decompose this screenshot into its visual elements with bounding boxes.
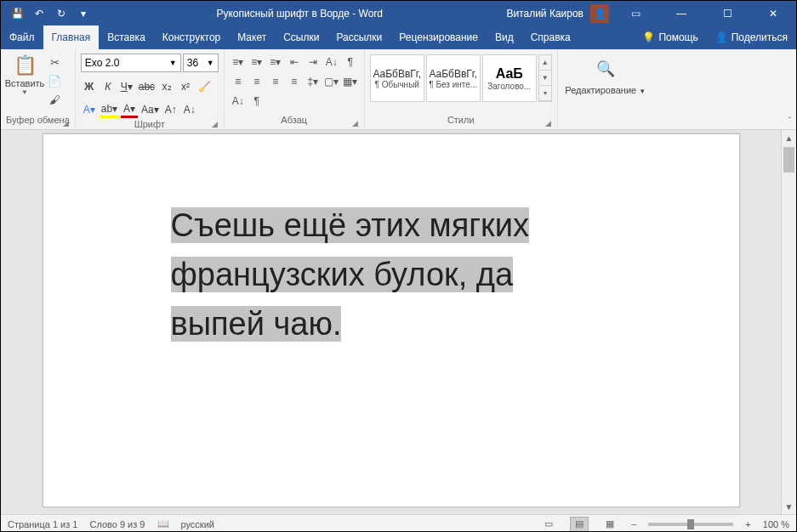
highlight-button[interactable]: ab▾ [100, 101, 119, 118]
zoom-out-button[interactable]: − [631, 519, 636, 529]
strikethrough-button[interactable]: abc [137, 78, 157, 95]
borders-button[interactable]: ▦▾ [342, 73, 359, 90]
zoom-in-button[interactable]: + [745, 519, 750, 529]
group-styles: АаБбВвГг, ¶ Обычный АаБбВвГг, ¶ Без инте… [365, 49, 558, 129]
close-icon[interactable]: ✕ [754, 1, 793, 25]
underline-button[interactable]: Ч▾ [118, 78, 135, 95]
shading-button[interactable]: ▢▾ [323, 73, 340, 90]
align-right-button[interactable]: ≡ [267, 73, 284, 90]
zoom-slider-thumb[interactable] [687, 519, 694, 529]
document-area: Съешь ещё этих мягких французских булок,… [1, 130, 796, 514]
group-label-paragraph: Абзац [281, 115, 307, 125]
copy-icon[interactable]: 📄 [47, 73, 62, 88]
grow-font-button[interactable]: A↑ [162, 101, 179, 118]
increase-indent-button[interactable]: ⇥ [305, 54, 322, 71]
dialog-launcher-icon[interactable]: ◢ [544, 117, 554, 127]
style-heading1[interactable]: АаБ Заголово... [482, 54, 537, 102]
tab-references[interactable]: Ссылки [275, 25, 327, 49]
text-effects-button[interactable]: A▾ [81, 101, 98, 118]
tab-view[interactable]: Вид [487, 25, 522, 49]
multilevel-list-button[interactable]: ≡▾ [267, 54, 284, 71]
style-gallery-scroll[interactable]: ▲ ▼ ▾ [538, 54, 552, 102]
ribbon: 📋 Вставить ▼ ✂ 📄 🖌 Буфер обмена◢ Exo 2.0… [1, 49, 796, 130]
justify-button[interactable]: ≡ [286, 73, 303, 90]
collapse-ribbon-icon[interactable]: ˆ [788, 116, 791, 126]
change-case-button[interactable]: Aa▾ [139, 101, 161, 118]
redo-icon[interactable]: ↻ [52, 4, 71, 23]
decrease-indent-button[interactable]: ⇤ [286, 54, 303, 71]
qat-customize-icon[interactable]: ▾ [74, 4, 93, 23]
proofing-icon[interactable]: 📖 [157, 518, 169, 529]
quick-access-toolbar: 💾 ↶ ↻ ▾ [1, 4, 93, 23]
align-center-button[interactable]: ≡ [248, 73, 265, 90]
vertical-scrollbar[interactable]: ▲ ▼ [781, 130, 796, 514]
superscript-button[interactable]: x² [177, 78, 194, 95]
scroll-down-icon[interactable]: ▼ [539, 71, 551, 86]
sort-button[interactable]: A↓ [323, 54, 340, 71]
format-painter-icon[interactable]: 🖌 [47, 92, 62, 107]
print-layout-icon[interactable]: ▤ [570, 517, 589, 532]
subscript-button[interactable]: x₂ [158, 78, 175, 95]
shrink-font-button[interactable]: A↓ [181, 101, 198, 118]
word-count[interactable]: Слово 9 из 9 [89, 519, 145, 529]
group-paragraph: ≡▾ ≡▾ ≡▾ ⇤ ⇥ A↓ ¶ ≡ ≡ ≡ ≡ ‡▾ ▢▾ ▦▾ A↓ ¶ [225, 49, 365, 129]
page[interactable]: Съешь ещё этих мягких французских булок,… [43, 133, 740, 507]
selected-text-line1: Съешь ещё этих мягких [171, 207, 529, 243]
scrollbar-thumb[interactable] [783, 147, 794, 173]
paste-button[interactable]: 📋 Вставить ▼ [6, 51, 43, 96]
maximize-icon[interactable]: ☐ [708, 1, 747, 25]
document-text[interactable]: Съешь ещё этих мягких французских булок,… [171, 201, 529, 348]
status-bar: Страница 1 из 1 Слово 9 из 9 📖 русский ▭… [1, 514, 796, 532]
tab-mailings[interactable]: Рассылки [327, 25, 390, 49]
sort-az-button[interactable]: A↓ [230, 93, 247, 110]
dialog-launcher-icon[interactable]: ◢ [61, 117, 71, 127]
scroll-up-icon[interactable]: ▲ [782, 130, 796, 145]
tab-review[interactable]: Рецензирование [390, 25, 487, 49]
zoom-level[interactable]: 100 % [763, 519, 789, 529]
expand-gallery-icon[interactable]: ▾ [539, 86, 551, 101]
align-left-button[interactable]: ≡ [230, 73, 247, 90]
tab-layout[interactable]: Макет [229, 25, 275, 49]
bullets-button[interactable]: ≡▾ [230, 54, 247, 71]
numbering-button[interactable]: ≡▾ [248, 54, 265, 71]
tab-home[interactable]: Главная [43, 25, 100, 49]
paragraph-marks-button[interactable]: ¶ [248, 93, 265, 110]
font-size-combo[interactable]: 36▼ [183, 54, 219, 72]
page-count[interactable]: Страница 1 из 1 [8, 519, 77, 529]
bold-button[interactable]: Ж [81, 78, 98, 95]
italic-button[interactable]: К [100, 78, 117, 95]
font-name-combo[interactable]: Exo 2.0▼ [81, 54, 181, 72]
group-label-clipboard: Буфер обмена [6, 115, 70, 125]
save-icon[interactable]: 💾 [8, 4, 26, 23]
language-indicator[interactable]: русский [181, 519, 214, 529]
cut-icon[interactable]: ✂ [47, 54, 62, 70]
style-normal[interactable]: АаБбВвГг, ¶ Обычный [370, 54, 424, 102]
minimize-icon[interactable]: — [662, 1, 701, 25]
scroll-down-icon[interactable]: ▼ [782, 499, 796, 514]
lightbulb-icon: 💡 [642, 31, 655, 43]
line-spacing-button[interactable]: ‡▾ [305, 73, 322, 90]
tab-help[interactable]: Справка [522, 25, 579, 49]
dialog-launcher-icon[interactable]: ◢ [350, 117, 361, 127]
tab-insert[interactable]: Вставка [99, 25, 154, 49]
dialog-launcher-icon[interactable]: ◢ [210, 118, 220, 128]
ribbon-display-options-icon[interactable]: ▭ [616, 1, 655, 25]
window-title: Рукописный шрифт в Ворде - Word [93, 8, 506, 20]
tab-design[interactable]: Конструктор [154, 25, 229, 49]
font-color-button[interactable]: A▾ [121, 101, 138, 118]
read-mode-icon[interactable]: ▭ [539, 517, 558, 532]
tell-me[interactable]: 💡Помощь [634, 25, 706, 49]
undo-icon[interactable]: ↶ [30, 4, 48, 23]
tab-file[interactable]: Файл [1, 25, 43, 49]
show-marks-button[interactable]: ¶ [342, 54, 359, 71]
zoom-slider[interactable] [648, 523, 733, 526]
group-clipboard: 📋 Вставить ▼ ✂ 📄 🖌 Буфер обмена◢ [1, 49, 76, 129]
style-no-spacing[interactable]: АаБбВвГг, ¶ Без инте... [426, 54, 481, 102]
user-name: Виталий Каиров [506, 8, 584, 20]
scroll-up-icon[interactable]: ▲ [539, 55, 551, 71]
clear-formatting-icon[interactable]: 🧹 [196, 78, 213, 95]
editing-button[interactable]: 🔍 Редактирование ▼ [563, 51, 648, 95]
web-layout-icon[interactable]: ▦ [601, 517, 619, 532]
avatar[interactable]: 👤 [590, 4, 609, 23]
share-button[interactable]: 👤Поделиться [707, 25, 796, 49]
